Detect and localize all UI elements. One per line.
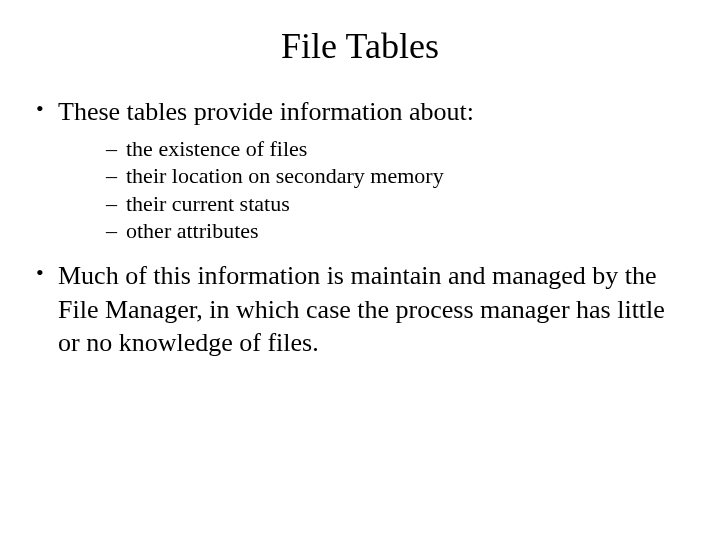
sub-item: their current status: [58, 190, 690, 218]
bullet-text: Much of this information is maintain and…: [58, 261, 665, 358]
slide-title: File Tables: [30, 25, 690, 67]
bullet-item: These tables provide information about: …: [30, 95, 690, 245]
bullet-list: These tables provide information about: …: [30, 95, 690, 360]
sub-item: other attributes: [58, 217, 690, 245]
bullet-item: Much of this information is maintain and…: [30, 259, 690, 360]
sub-list: the existence of files their location on…: [58, 135, 690, 245]
sub-item: their location on secondary memory: [58, 162, 690, 190]
sub-item: the existence of files: [58, 135, 690, 163]
bullet-text: These tables provide information about:: [58, 97, 474, 126]
